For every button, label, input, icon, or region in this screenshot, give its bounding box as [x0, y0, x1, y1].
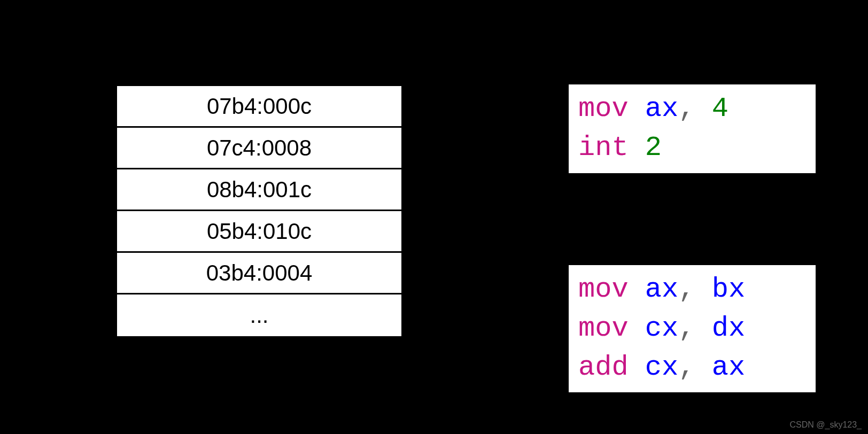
register: cx — [645, 313, 678, 344]
code-line: add cx, ax — [578, 348, 806, 387]
opcode: add — [578, 352, 629, 383]
opcode: mov — [578, 93, 629, 125]
table-row: 07b4:000c — [117, 86, 401, 128]
opcode: mov — [578, 313, 629, 344]
number-literal: 4 — [712, 93, 728, 125]
opcode: int — [578, 132, 629, 164]
opcode: mov — [578, 274, 629, 305]
register: ax — [712, 352, 745, 383]
number-literal: 2 — [645, 132, 662, 164]
interrupt-vector-table: 07b4:000c 07c4:0008 08b4:001c 05b4:010c … — [115, 84, 403, 338]
code-line: int 2 — [578, 129, 806, 168]
code-line: mov ax, 4 — [578, 90, 806, 129]
code-line: mov cx, dx — [578, 309, 806, 348]
table-row: 03b4:0004 — [117, 253, 401, 294]
comma: , — [678, 274, 695, 305]
register: bx — [712, 274, 745, 305]
watermark: CSDN @_sky123_ — [789, 420, 862, 430]
table-row: 05b4:010c — [117, 211, 401, 253]
register: cx — [645, 352, 678, 383]
code-line: mov ax, bx — [578, 270, 806, 309]
register: dx — [712, 313, 745, 344]
comma: , — [678, 352, 695, 383]
table-row: 08b4:001c — [117, 169, 401, 211]
register: ax — [645, 93, 678, 125]
comma: , — [678, 313, 695, 344]
assembly-code-block-1: mov ax, 4 int 2 — [569, 84, 816, 173]
comma: , — [678, 93, 695, 125]
register: ax — [645, 274, 678, 305]
assembly-code-block-2: mov ax, bx mov cx, dx add cx, ax — [569, 265, 816, 392]
table-row: 07c4:0008 — [117, 128, 401, 169]
table-row: ... — [117, 294, 401, 336]
